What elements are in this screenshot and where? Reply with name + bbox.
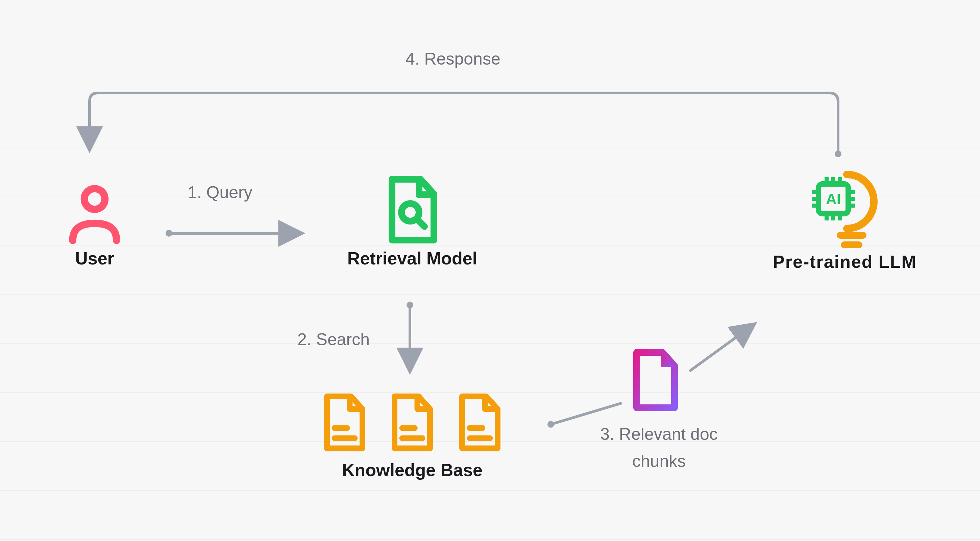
- chunk-doc: [628, 348, 682, 414]
- node-llm: AI Pre-trained LLM: [743, 162, 946, 272]
- node-user: User: [54, 179, 135, 268]
- file-search-icon: [379, 176, 446, 247]
- node-user-label: User: [54, 248, 135, 268]
- svg-line-7: [417, 219, 425, 227]
- node-retrieval-label: Retrieval Model: [328, 248, 497, 268]
- label-query: 1. Query: [188, 183, 253, 202]
- node-retrieval: Retrieval Model: [328, 176, 497, 268]
- label-response: 4. Response: [406, 49, 501, 69]
- svg-text:AI: AI: [826, 191, 841, 207]
- document-icon: [387, 392, 438, 453]
- node-kb: Knowledge Base: [298, 392, 527, 480]
- document-icon: [319, 392, 370, 453]
- document-chunk-icon: [628, 348, 682, 413]
- document-icon: [455, 392, 505, 453]
- ai-bulb-icon: AI: [801, 162, 889, 250]
- label-chunks-line2: chunks: [581, 452, 737, 471]
- svg-point-5: [84, 189, 105, 209]
- label-chunks-line1: 3. Relevant doc: [581, 425, 737, 444]
- node-kb-label: Knowledge Base: [298, 460, 527, 480]
- label-search: 2. Search: [298, 330, 370, 349]
- user-icon: [64, 179, 125, 247]
- node-llm-label: Pre-trained LLM: [743, 252, 946, 272]
